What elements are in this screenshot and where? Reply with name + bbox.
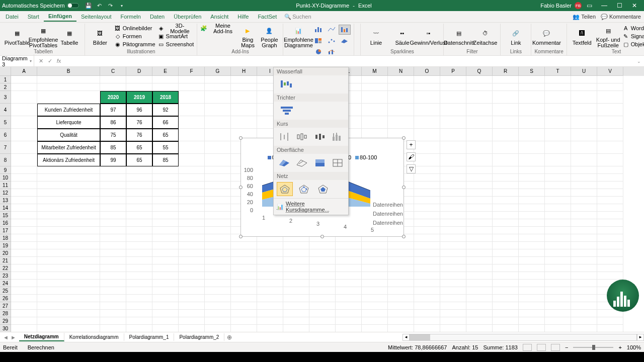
cell-H25[interactable] — [231, 287, 257, 295]
cell-K21[interactable] — [309, 257, 336, 264]
cell-K24[interactable] — [309, 280, 336, 287]
col-hdr-D[interactable]: D — [126, 67, 152, 76]
chart-surface-button[interactable] — [339, 36, 351, 46]
cell-K27[interactable] — [309, 302, 336, 310]
cell-D29[interactable] — [126, 317, 152, 325]
cell-I29[interactable] — [257, 317, 283, 325]
spark-line-button[interactable]: 〰Linie — [364, 25, 388, 49]
cell-S5[interactable] — [519, 116, 545, 129]
cell-V13[interactable] — [597, 197, 623, 204]
undo-icon[interactable]: ↶ — [95, 1, 104, 10]
cell-R2[interactable] — [493, 83, 519, 91]
cell-Q5[interactable] — [466, 116, 493, 129]
cell-Q12[interactable] — [466, 189, 493, 197]
table-button[interactable]: ▦Tabelle — [57, 25, 82, 49]
cell-V8[interactable] — [597, 154, 623, 166]
cell-Q18[interactable] — [466, 234, 493, 242]
cell-H19[interactable] — [231, 242, 257, 249]
row-hdr-24[interactable]: 24 — [0, 280, 11, 287]
cell-U18[interactable] — [571, 234, 597, 242]
cell-F14[interactable] — [179, 204, 205, 212]
cell-B26[interactable] — [37, 295, 100, 302]
cell-E18[interactable] — [152, 234, 179, 242]
cell-N30[interactable] — [388, 325, 414, 332]
stock4-opt[interactable] — [331, 130, 346, 144]
cell-G6[interactable] — [205, 129, 231, 141]
cell-F6[interactable] — [179, 129, 205, 141]
cell-M4[interactable] — [362, 104, 388, 116]
cell-B10[interactable] — [37, 174, 100, 182]
bing-button[interactable]: ▶Bing Maps — [238, 25, 257, 49]
more-charts-link[interactable]: 📊Weitere Kursdiagramme... — [274, 198, 348, 215]
cell-D22[interactable] — [126, 264, 152, 272]
cell-E11[interactable] — [152, 182, 179, 189]
cell-R10[interactable] — [493, 174, 519, 182]
cell-C11[interactable] — [100, 182, 126, 189]
row-hdr-20[interactable]: 20 — [0, 249, 11, 257]
cell-B4[interactable]: Kunden Zufriedenheit — [37, 104, 100, 116]
qat-more-icon[interactable]: ▾ — [117, 1, 126, 10]
cell-E14[interactable] — [152, 204, 179, 212]
row-hdr-1[interactable]: 1 — [0, 76, 11, 83]
row-hdr-29[interactable]: 29 — [0, 317, 11, 325]
cell-T3[interactable] — [545, 91, 571, 104]
cell-F8[interactable] — [179, 154, 205, 166]
cell-A20[interactable] — [11, 249, 37, 257]
cell-M19[interactable] — [362, 242, 388, 249]
sheet-tab-1[interactable]: Korrelationsdiagramm — [64, 333, 124, 341]
cell-T5[interactable] — [545, 116, 571, 129]
cell-B2[interactable] — [37, 83, 100, 91]
cell-C10[interactable] — [100, 174, 126, 182]
cell-Q27[interactable] — [466, 302, 493, 310]
hscroll-thumb[interactable] — [410, 334, 430, 340]
row-hdr-3[interactable]: 3 — [0, 91, 11, 104]
cell-G21[interactable] — [205, 257, 231, 264]
row-hdr-7[interactable]: 7 — [0, 141, 11, 154]
cell-F17[interactable] — [179, 227, 205, 234]
row-hdr-13[interactable]: 13 — [0, 197, 11, 204]
tab-daten[interactable]: Daten — [145, 12, 169, 21]
rec-pivot-button[interactable]: ▦Empfohlene PivotTables — [31, 25, 55, 49]
cell-U3[interactable] — [571, 91, 597, 104]
cell-A16[interactable] — [11, 219, 37, 227]
cell-T17[interactable] — [545, 227, 571, 234]
cell-G22[interactable] — [205, 264, 231, 272]
cell-V9[interactable] — [597, 166, 623, 174]
stock3-opt[interactable] — [312, 130, 328, 144]
cell-O8[interactable] — [414, 154, 440, 166]
cell-R28[interactable] — [493, 310, 519, 317]
cell-I26[interactable] — [257, 295, 283, 302]
cell-O11[interactable] — [414, 182, 440, 189]
cell-V20[interactable] — [597, 249, 623, 257]
cell-J19[interactable] — [283, 242, 309, 249]
cell-A27[interactable] — [11, 302, 37, 310]
cell-D13[interactable] — [126, 197, 152, 204]
row-hdr-4[interactable]: 4 — [0, 104, 11, 116]
cell-F28[interactable] — [179, 310, 205, 317]
pictures-button[interactable]: 🖼Bilder — [88, 25, 112, 49]
cell-Q20[interactable] — [466, 249, 493, 257]
cell-D11[interactable] — [126, 182, 152, 189]
cell-P16[interactable] — [440, 219, 466, 227]
cell-D26[interactable] — [126, 295, 152, 302]
cell-B15[interactable] — [37, 212, 100, 219]
view-normal-button[interactable] — [523, 344, 532, 351]
cell-L27[interactable] — [336, 302, 362, 310]
cell-A21[interactable] — [11, 257, 37, 264]
cell-S30[interactable] — [519, 325, 545, 332]
cell-E20[interactable] — [152, 249, 179, 257]
maximize-icon[interactable]: ☐ — [612, 0, 627, 11]
cell-O12[interactable] — [414, 189, 440, 197]
cell-D16[interactable] — [126, 219, 152, 227]
cell-O23[interactable] — [414, 272, 440, 280]
cell-S8[interactable] — [519, 154, 545, 166]
cell-B13[interactable] — [37, 197, 100, 204]
cell-B23[interactable] — [37, 272, 100, 280]
cell-U19[interactable] — [571, 242, 597, 249]
cell-F26[interactable] — [179, 295, 205, 302]
cell-R15[interactable] — [493, 212, 519, 219]
cell-E29[interactable] — [152, 317, 179, 325]
cell-B11[interactable] — [37, 182, 100, 189]
surface2-opt[interactable] — [295, 156, 310, 170]
cell-G25[interactable] — [205, 287, 231, 295]
